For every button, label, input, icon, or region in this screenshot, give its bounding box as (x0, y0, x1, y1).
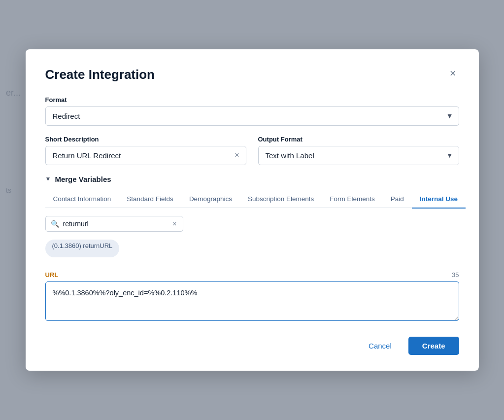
create-button[interactable]: Create (408, 337, 459, 355)
tab-form-elements[interactable]: Form Elements (322, 191, 383, 209)
search-icon: 🔍 (51, 220, 59, 228)
tab-subscription-elements[interactable]: Subscription Elements (240, 191, 322, 209)
short-description-clear-button[interactable]: × (233, 150, 241, 160)
url-header-row: URL 35 (45, 271, 459, 279)
cancel-button[interactable]: Cancel (360, 337, 401, 355)
tab-demographics[interactable]: Demographics (181, 191, 240, 209)
output-format-label: Output Format (258, 136, 459, 143)
merge-variables-tabs: Contact Information Standard Fields Demo… (45, 191, 459, 209)
description-output-row: Short Description × Output Format Text w… (45, 136, 459, 165)
merge-search-clear-button[interactable]: × (171, 220, 177, 227)
modal-footer: Cancel Create (45, 337, 459, 355)
short-description-input[interactable] (45, 146, 246, 165)
format-select-wrapper: Redirect Popup Embed ▼ (45, 106, 459, 126)
short-description-label: Short Description (45, 136, 246, 143)
format-select[interactable]: Redirect Popup Embed (45, 106, 459, 126)
tab-contact-information[interactable]: Contact Information (45, 191, 119, 209)
merge-variables-section: ▼ Merge Variables Contact Information St… (45, 175, 459, 258)
create-integration-modal: Create Integration × Format Redirect Pop… (26, 49, 479, 371)
short-description-col: Short Description × (45, 136, 246, 165)
short-description-wrapper: × (45, 146, 246, 165)
close-button[interactable]: × (447, 67, 459, 80)
list-item[interactable]: (0.1.3860) returnURL (45, 240, 120, 257)
modal-title: Create Integration (45, 67, 155, 82)
tab-internal-use[interactable]: Internal Use (412, 191, 466, 209)
output-format-select-wrapper: Text with Label Text Only Label Only ▼ (258, 146, 459, 165)
format-section: Format Redirect Popup Embed ▼ (45, 96, 459, 126)
merge-tag-list: (0.1.3860) returnURL (45, 240, 459, 257)
output-format-col: Output Format Text with Label Text Only … (258, 136, 459, 165)
merge-search-box: 🔍 × (45, 216, 183, 232)
output-format-select[interactable]: Text with Label Text Only Label Only (258, 146, 459, 165)
url-section: URL 35 %%0.1.3860%%?oly_enc_id=%%0.2.110… (45, 271, 459, 323)
modal-header: Create Integration × (45, 67, 459, 82)
tab-paid[interactable]: Paid (383, 191, 412, 209)
merge-variables-label: Merge Variables (55, 175, 111, 183)
tab-standard-fields[interactable]: Standard Fields (119, 191, 181, 209)
merge-search-input[interactable] (63, 220, 172, 228)
merge-variables-chevron-icon[interactable]: ▼ (45, 175, 51, 182)
merge-variables-header: ▼ Merge Variables (45, 175, 459, 183)
url-textarea[interactable]: %%0.1.3860%%?oly_enc_id=%%0.2.110%% (45, 281, 459, 321)
format-label: Format (45, 96, 459, 104)
url-label: URL (45, 271, 59, 279)
merge-search-row: 🔍 × (45, 216, 459, 232)
url-char-count: 35 (452, 271, 459, 279)
